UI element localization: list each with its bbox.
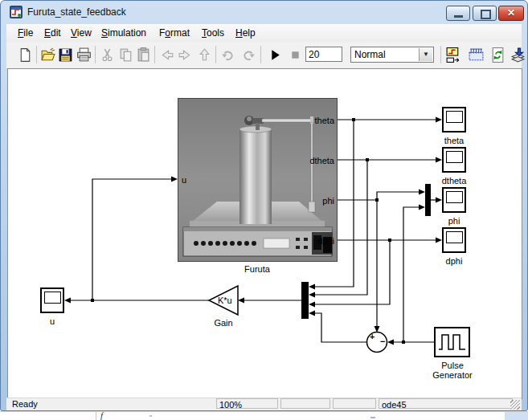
sum-minus-sign: −	[380, 336, 385, 346]
wire-gain-to-uscope[interactable]	[64, 298, 209, 304]
go-up-icon[interactable]	[196, 47, 213, 63]
simulink-model-window: Furuta_state_feedback ✕ File Edit View S…	[0, 0, 528, 411]
close-icon: ✕	[499, 7, 523, 18]
redo-icon[interactable]	[240, 47, 257, 63]
furuta-port-dphi: dphi	[317, 236, 334, 246]
gain-block-label[interactable]: Gain	[199, 318, 248, 328]
toolbar-separator	[36, 46, 37, 63]
update-diagram-icon[interactable]	[489, 47, 506, 63]
toolbar-separator	[260, 46, 261, 63]
background-divider	[96, 412, 96, 420]
maximize-button[interactable]	[473, 6, 497, 21]
sim-mode-combo[interactable]: Normal ▼	[350, 47, 434, 63]
background-text: f	[100, 410, 103, 420]
cut-icon[interactable]	[99, 47, 116, 63]
empty-panel	[280, 398, 330, 409]
scope-screen	[44, 292, 61, 304]
go-forward-icon[interactable]	[177, 47, 194, 63]
start-simulation-icon[interactable]	[267, 47, 284, 63]
sum-plus-sign: +	[370, 332, 375, 341]
toolbar-separator	[154, 46, 155, 63]
menu-help[interactable]: Help	[235, 27, 256, 39]
combo-dropdown-button[interactable]: ▼	[419, 48, 432, 61]
mux-block[interactable]	[301, 282, 309, 319]
wire-sum-to-mux[interactable]	[309, 311, 366, 343]
simulink-model-icon	[10, 6, 23, 18]
furuta-port-u: u	[182, 175, 186, 185]
furuta-block-label[interactable]: Furuta	[233, 264, 281, 274]
wire-feedback-to-furuta[interactable]	[92, 177, 178, 301]
menubar: File Edit View Simulation Format Tools H…	[6, 24, 522, 43]
phi-mux-block[interactable]	[425, 184, 431, 216]
scope-dtheta-label[interactable]: dtheta	[430, 176, 478, 186]
furuta-port-dtheta: dtheta	[309, 156, 334, 165]
build-icon[interactable]	[510, 47, 526, 63]
zoom-level: 100%	[219, 400, 242, 410]
minimize-icon	[454, 15, 463, 18]
statusbar: Ready 100% ode45	[6, 398, 522, 410]
go-back-icon[interactable]	[158, 47, 175, 63]
pulse-generator-block[interactable]	[434, 327, 470, 357]
undo-icon[interactable]	[219, 47, 236, 63]
toolbar-separator	[440, 46, 441, 63]
stop-simulation-icon[interactable]	[287, 47, 304, 63]
new-model-icon[interactable]	[17, 47, 34, 63]
menu-format[interactable]: Format	[159, 27, 190, 39]
background-mark	[149, 415, 152, 417]
pulse-generator-label[interactable]: Pulse Generator	[426, 361, 479, 380]
menu-edit[interactable]: Edit	[44, 27, 61, 39]
toolbar-separator	[95, 46, 96, 63]
scope-dtheta-block[interactable]	[442, 147, 466, 173]
scope-phi-block[interactable]	[442, 187, 466, 213]
print-icon[interactable]	[76, 47, 92, 63]
close-button[interactable]: ✕	[498, 6, 524, 21]
toolbar-separator	[215, 46, 216, 63]
stop-time-input[interactable]	[305, 47, 342, 62]
wire-pulse-to-sum[interactable]	[387, 340, 434, 345]
titlebar[interactable]: Furuta_state_feedback ✕	[1, 1, 527, 24]
menu-simulation[interactable]: Simulation	[101, 27, 146, 39]
chevron-down-icon: ▼	[423, 51, 429, 58]
copy-icon[interactable]	[117, 47, 134, 63]
save-model-icon[interactable]	[57, 47, 74, 63]
scope-u-label[interactable]: u	[28, 316, 76, 326]
status-ready: Ready	[12, 399, 38, 409]
scope-screen	[446, 231, 463, 243]
background-mark	[505, 412, 528, 420]
window-title: Furuta_state_feedback	[27, 6, 126, 18]
scope-theta-label[interactable]: theta	[430, 136, 478, 145]
wire-phimux-to-scope[interactable]	[431, 198, 442, 203]
scope-theta-block[interactable]	[442, 107, 466, 133]
library-browser-icon[interactable]	[445, 47, 462, 63]
zoom-panel: 100%	[216, 398, 278, 409]
menu-view[interactable]: View	[71, 27, 92, 39]
wire-phi[interactable]	[338, 190, 425, 333]
furuta-subsystem-block[interactable]: theta dtheta phi dphi u	[178, 98, 338, 262]
scope-dphi-block[interactable]	[442, 227, 466, 253]
empty-panel	[333, 398, 376, 409]
solver-name: ode45	[382, 400, 407, 410]
minimize-button[interactable]	[446, 6, 470, 21]
toolbar: Normal ▼	[6, 42, 522, 69]
scope-screen	[446, 151, 463, 163]
background-mark	[370, 417, 375, 418]
resize-grip[interactable]	[510, 400, 520, 410]
wire-mux-to-gain[interactable]	[238, 298, 301, 304]
gain-expression: K*u	[218, 296, 232, 305]
scope-phi-label[interactable]: phi	[430, 216, 478, 226]
open-model-icon[interactable]	[39, 47, 56, 63]
solver-panel[interactable]: ode45	[379, 398, 513, 409]
model-canvas[interactable]: theta dtheta phi dphi u Furuta theta dth…	[7, 68, 522, 399]
menu-tools[interactable]: Tools	[202, 27, 224, 39]
scope-screen	[446, 111, 463, 123]
maximize-icon	[481, 10, 491, 19]
wire-pulse-branch-to-phimux[interactable]	[402, 205, 425, 345]
menu-file[interactable]: File	[18, 27, 33, 39]
model-browser-icon[interactable]	[468, 47, 485, 63]
furuta-photo	[178, 99, 337, 261]
scope-screen	[446, 191, 463, 203]
background-window-strip: f	[0, 411, 528, 420]
scope-u-block[interactable]	[40, 287, 64, 313]
paste-icon[interactable]	[135, 47, 152, 63]
scope-dphi-label[interactable]: dphi	[430, 256, 478, 266]
